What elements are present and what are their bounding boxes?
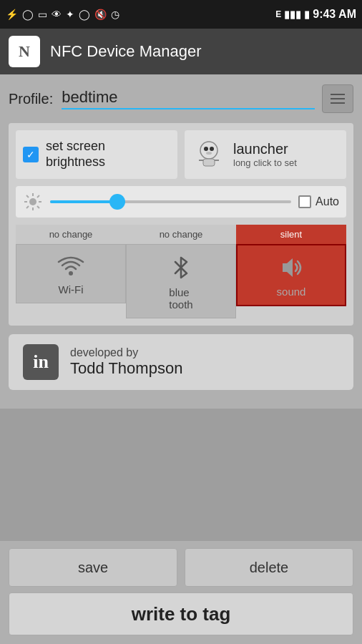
bottom-section: save delete write to tag: [0, 541, 362, 644]
svg-line-14: [37, 195, 39, 197]
nfc-icon: ◯: [79, 9, 90, 20]
status-time: 9:43 AM: [313, 8, 356, 21]
brightness-row: Auto: [16, 186, 346, 218]
save-button[interactable]: save: [9, 548, 177, 587]
auto-section: Auto: [298, 195, 339, 208]
brightness-slider-thumb[interactable]: [109, 194, 125, 210]
sound-toggle-name: sound: [277, 286, 306, 298]
cards-container: ✓ set screen brightness: [9, 123, 353, 326]
app-icon: N: [9, 36, 40, 67]
wifi-toggle[interactable]: no change Wi-Fi: [16, 225, 126, 318]
profile-label: Profile:: [9, 91, 53, 107]
svg-point-1: [204, 147, 208, 151]
usb-icon: ⚡: [6, 9, 18, 20]
svg-point-0: [200, 142, 217, 159]
status-icons-left: ⚡ ◯ ▭ 👁 ✦ ◯ 🔇 ◷: [6, 9, 119, 20]
title-bar: N NFC Device Manager: [0, 29, 362, 74]
profile-input-wrapper: [62, 88, 315, 109]
auto-label: Auto: [315, 195, 339, 208]
sound-icon: [277, 255, 305, 280]
battery-icon: ▮: [304, 9, 310, 20]
wifi-toggle-label: no change: [16, 225, 126, 244]
status-icons-right: E ▮▮▮ ▮ 9:43 AM: [275, 8, 356, 21]
svg-point-16: [69, 271, 73, 275]
svg-rect-4: [203, 159, 215, 166]
chat-icon: ◯: [22, 9, 34, 20]
signal-bars-icon: ▮▮▮: [284, 9, 301, 20]
status-bar: ⚡ ◯ ▭ 👁 ✦ ◯ 🔇 ◷ E ▮▮▮ ▮ 9:43 AM: [0, 0, 362, 29]
wifi-toggle-name: Wi-Fi: [59, 283, 84, 296]
app-title: NFC Device Manager: [50, 42, 202, 61]
wifi-toggle-body[interactable]: Wi-Fi: [16, 244, 126, 303]
launcher-info: launcher long click to set: [233, 141, 297, 168]
eye-icon: 👁: [52, 9, 62, 20]
bluetooth-toggle-label: no change: [126, 225, 236, 244]
brightness-card[interactable]: ✓ set screen brightness: [16, 130, 177, 179]
app-icon-text: N: [19, 42, 30, 61]
svg-line-12: [26, 195, 29, 197]
launcher-card[interactable]: launcher long click to set: [185, 130, 346, 179]
bluetooth-toggle-name: blue tooth: [169, 286, 192, 311]
svg-point-2: [210, 147, 214, 151]
svg-marker-17: [283, 258, 293, 277]
sun-icon: [23, 192, 43, 212]
launcher-subtitle: long click to set: [233, 157, 297, 168]
launcher-mascot-icon: [192, 137, 226, 172]
auto-checkbox[interactable]: [298, 195, 311, 208]
linkedin-banner[interactable]: in developed by Todd Thompson: [9, 334, 353, 390]
alarm-icon: ◷: [111, 9, 119, 20]
bluetooth-status-icon: ✦: [66, 9, 74, 20]
delete-button[interactable]: delete: [185, 548, 353, 587]
linkedin-developed: developed by: [70, 346, 182, 359]
signal-e-icon: E: [275, 9, 281, 19]
menu-button[interactable]: [322, 84, 353, 113]
svg-point-3: [206, 152, 212, 155]
mute-icon: 🔇: [94, 9, 107, 20]
svg-point-7: [29, 198, 36, 205]
linkedin-icon: in: [23, 344, 59, 380]
linkedin-name: Todd Thompson: [70, 359, 182, 378]
toggle-row: no change Wi-Fi no change: [16, 225, 346, 318]
svg-line-13: [37, 206, 39, 208]
launcher-title: launcher: [233, 141, 297, 157]
profile-row: Profile:: [9, 84, 353, 113]
main-content: Profile: ✓ set screen brightness: [0, 74, 362, 409]
profile-input[interactable]: [62, 88, 315, 109]
sound-toggle-label: silent: [236, 225, 346, 244]
brightness-label: set screen brightness: [46, 139, 105, 170]
linkedin-text: developed by Todd Thompson: [70, 346, 182, 378]
save-delete-row: save delete: [9, 548, 353, 587]
bluetooth-icon: [168, 255, 194, 280]
top-cards: ✓ set screen brightness: [16, 130, 346, 179]
hd-icon: ▭: [38, 9, 47, 20]
sound-toggle[interactable]: silent sound: [236, 225, 346, 318]
brightness-slider[interactable]: [50, 200, 291, 203]
menu-lines-icon: [331, 94, 345, 104]
bluetooth-toggle-body[interactable]: blue tooth: [126, 244, 236, 318]
brightness-checkbox[interactable]: ✓: [23, 147, 39, 162]
sound-toggle-body[interactable]: sound: [236, 244, 346, 306]
bluetooth-toggle[interactable]: no change blue tooth: [126, 225, 236, 318]
write-to-tag-button[interactable]: write to tag: [9, 592, 353, 635]
wifi-icon: [57, 255, 85, 278]
svg-line-15: [26, 206, 29, 208]
